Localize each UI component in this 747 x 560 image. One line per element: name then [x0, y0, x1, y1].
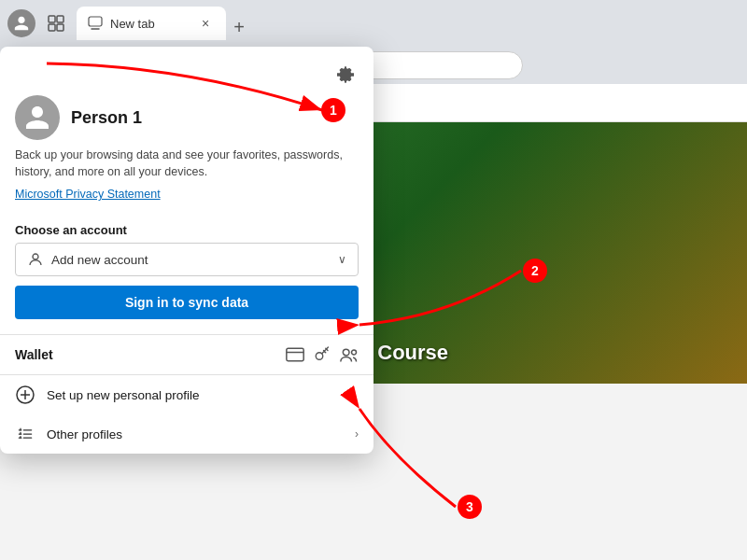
svg-rect-1 [57, 16, 63, 22]
sign-in-sync-button[interactable]: Sign in to sync data [15, 286, 359, 319]
avatar [15, 95, 60, 140]
add-account-label: Add new account [51, 253, 331, 267]
other-profiles-icon [15, 424, 35, 444]
add-profile-icon [15, 385, 35, 405]
choose-account-label: Choose an account [0, 216, 374, 243]
new-profile-label: Set up new personal profile [47, 388, 200, 402]
accounts-icon [340, 346, 359, 363]
other-profiles-chevron: › [355, 427, 359, 441]
dropdown-chevron: ∨ [338, 253, 346, 266]
gear-button[interactable] [332, 62, 359, 88]
panel-header [0, 47, 374, 95]
svg-point-35 [352, 350, 357, 355]
key-icon [314, 346, 331, 363]
other-profiles-label: Other profiles [47, 427, 122, 441]
profile-avatar-btn[interactable] [7, 9, 35, 37]
svg-rect-4 [89, 17, 102, 26]
account-icon [27, 251, 44, 268]
tab-close-button[interactable]: × [196, 14, 215, 33]
wallet-header: Wallet [15, 346, 359, 363]
svg-point-34 [343, 349, 349, 356]
new-tab-button[interactable]: + [226, 14, 252, 40]
wallet-key-button[interactable] [314, 346, 331, 363]
browser-chrome: New tab × + [0, 0, 747, 47]
profile-name: Person 1 [71, 108, 142, 128]
svg-rect-3 [57, 24, 63, 31]
wallet-section: Wallet [0, 335, 374, 374]
svg-rect-0 [49, 16, 55, 22]
tab-switcher-button[interactable] [43, 10, 69, 36]
privacy-link[interactable]: Microsoft Privacy Statement [15, 188, 359, 201]
tab-bar: New tab × + [77, 7, 740, 40]
wallet-card-button[interactable] [286, 346, 304, 363]
wallet-accounts-button[interactable] [340, 346, 359, 363]
profile-dropdown-panel: Person 1 Back up your browsing data and … [0, 47, 374, 454]
svg-rect-31 [287, 348, 303, 360]
add-account-dropdown[interactable]: Add new account ∨ [15, 243, 359, 276]
card-icon [286, 347, 304, 362]
profile-description: Back up your browsing data and see your … [15, 147, 359, 180]
other-profiles-item[interactable]: Other profiles › [0, 414, 374, 454]
wallet-icons [286, 346, 359, 363]
profile-section: Person 1 Back up your browsing data and … [0, 95, 374, 216]
main-area: Search the web Sports Play Money Gaming … [0, 47, 747, 560]
active-tab[interactable]: New tab × [77, 7, 226, 40]
tab-title: New tab [110, 17, 189, 31]
wallet-title: Wallet [15, 347, 53, 362]
svg-rect-2 [49, 24, 55, 31]
svg-point-30 [33, 254, 38, 259]
new-profile-item[interactable]: Set up new personal profile [0, 375, 374, 414]
gear-icon [337, 66, 354, 83]
profile-row: Person 1 [15, 95, 359, 140]
